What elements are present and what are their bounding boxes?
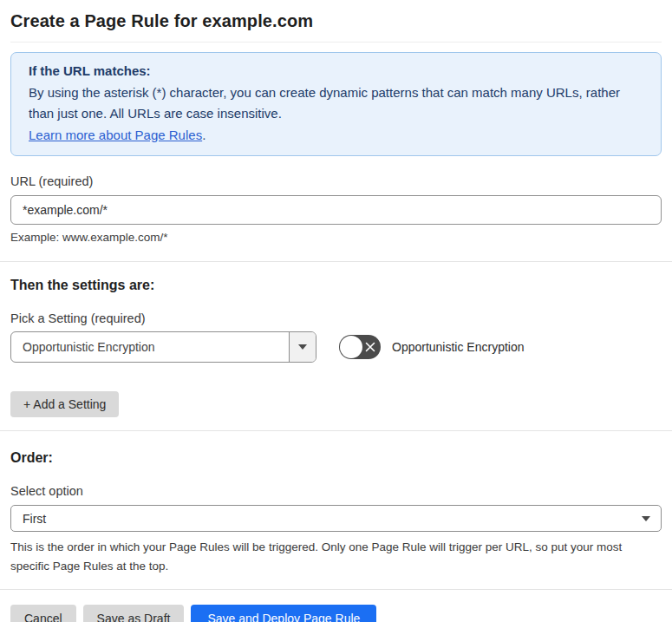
chevron-down-icon xyxy=(298,344,307,350)
order-select[interactable]: First xyxy=(10,505,662,532)
callout-link-row: Learn more about Page Rules. xyxy=(29,125,643,147)
link-suffix: . xyxy=(202,128,206,142)
opportunistic-encryption-toggle[interactable] xyxy=(339,335,381,359)
url-input[interactable] xyxy=(10,195,662,225)
chevron-down-icon xyxy=(642,516,650,521)
order-helper-text: This is the order in which your Page Rul… xyxy=(10,538,659,576)
settings-heading: Then the settings are: xyxy=(10,278,662,293)
setting-dropdown[interactable]: Opportunistic Encryption xyxy=(10,331,316,363)
url-match-callout: If the URL matches: By using the asteris… xyxy=(10,52,662,156)
callout-body: By using the asterisk (*) character, you… xyxy=(29,82,643,125)
url-helper-text: Example: www.example.com/* xyxy=(10,231,662,244)
save-as-draft-button[interactable]: Save as Draft xyxy=(83,605,185,622)
url-field-label: URL (required) xyxy=(10,174,662,188)
save-and-deploy-button[interactable]: Save and Deploy Page Rule xyxy=(191,605,376,622)
setting-picker-label: Pick a Setting (required) xyxy=(10,311,662,325)
page-header: Create a Page Rule for example.com xyxy=(10,0,662,43)
section-divider xyxy=(0,430,672,431)
cancel-button[interactable]: Cancel xyxy=(10,605,76,622)
setting-dropdown-arrow-button[interactable] xyxy=(289,332,316,362)
section-divider xyxy=(0,261,672,262)
add-setting-button[interactable]: + Add a Setting xyxy=(10,391,119,417)
toggle-x-icon xyxy=(365,342,375,352)
page-title: Create a Page Rule for example.com xyxy=(10,11,662,31)
footer-divider xyxy=(0,589,672,590)
callout-heading: If the URL matches: xyxy=(29,61,643,82)
order-heading: Order: xyxy=(10,450,662,466)
learn-more-link[interactable]: Learn more about Page Rules xyxy=(29,128,202,142)
footer-actions: Cancel Save as Draft Save and Deploy Pag… xyxy=(10,605,662,622)
setting-controls-row: Opportunistic Encryption Opportunistic E… xyxy=(10,331,662,363)
order-select-label: Select option xyxy=(10,484,662,498)
toggle-label: Opportunistic Encryption xyxy=(392,340,525,354)
order-select-value: First xyxy=(11,512,46,526)
toggle-knob xyxy=(340,336,362,358)
setting-dropdown-value: Opportunistic Encryption xyxy=(11,332,289,362)
